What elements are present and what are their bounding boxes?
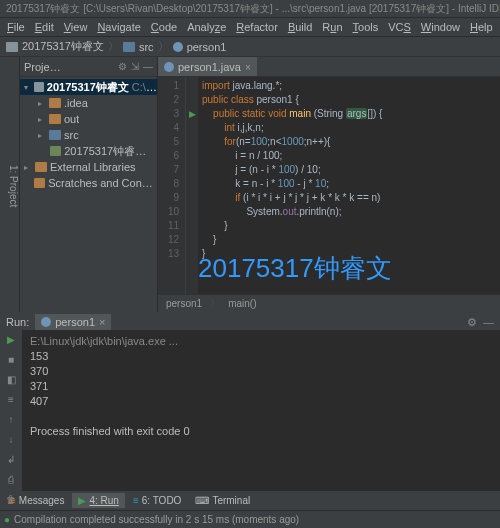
run-gutter-icon[interactable]: ▶ <box>186 107 198 121</box>
left-tool-strip[interactable]: 1: Project <box>0 57 20 312</box>
folder-icon <box>49 130 61 140</box>
navigation-bar[interactable]: 20175317钟睿文 〉 src 〉 person1 <box>0 37 500 57</box>
menu-window[interactable]: Window <box>416 19 465 35</box>
editor-breadcrumb[interactable]: person1 〉 main() <box>158 294 500 312</box>
scratches-icon <box>34 178 45 188</box>
menu-tools[interactable]: Tools <box>348 19 384 35</box>
editor[interactable]: person1.java × 12345678910111213 ▶ impor… <box>158 57 500 312</box>
status-ok-icon: ● <box>4 514 10 525</box>
src-folder-icon <box>123 42 135 52</box>
menu-refactor[interactable]: Refactor <box>231 19 283 35</box>
menu-code[interactable]: Code <box>146 19 182 35</box>
run-panel-header[interactable]: Run: person1 × ⚙ — <box>0 314 500 330</box>
project-panel-title: Proje… <box>24 61 114 73</box>
console-output[interactable]: E:\Linux\jdk\jdk\bin\java.exe ... 153 37… <box>22 330 500 508</box>
gutter-icons[interactable]: ▶ <box>186 77 198 294</box>
menu-navigate[interactable]: Navigate <box>92 19 145 35</box>
collapse-arrow-icon[interactable]: ▸ <box>24 163 32 172</box>
wrap-icon[interactable]: ↲ <box>4 454 18 468</box>
down-icon[interactable]: ↓ <box>4 434 18 448</box>
nav-folder[interactable]: src <box>139 41 154 53</box>
close-tab-icon[interactable]: × <box>245 62 251 73</box>
tab-todo[interactable]: ≡6: TODO <box>127 493 188 508</box>
tree-out[interactable]: ▸ out <box>20 111 157 127</box>
folder-icon <box>34 82 44 92</box>
pin-icon[interactable]: ≡ <box>4 394 18 408</box>
tree-idea[interactable]: ▸ .idea <box>20 95 157 111</box>
project-tool-button[interactable]: 1: Project <box>8 165 19 207</box>
hide-panel-icon[interactable]: — <box>483 316 494 328</box>
chevron-right-icon: 〉 <box>108 39 119 54</box>
up-icon[interactable]: ↑ <box>4 414 18 428</box>
editor-tab-label: person1.java <box>178 61 241 73</box>
window-title: 20175317钟睿文 [C:\Users\Rivan\Desktop\2017… <box>6 3 500 14</box>
window-title-bar: 20175317钟睿文 [C:\Users\Rivan\Desktop\2017… <box>0 0 500 18</box>
class-icon <box>41 317 51 327</box>
tab-messages[interactable]: ≡Messages <box>4 493 70 508</box>
main-menu[interactable]: File Edit View Navigate Code Analyze Ref… <box>0 18 500 37</box>
library-icon <box>35 162 47 172</box>
run-panel[interactable]: Run: person1 × ⚙ — ▶ ■ ◧ ≡ ↑ ↓ ↲ ⎙ 🗑 E:\… <box>0 312 500 490</box>
line-numbers: 12345678910111213 <box>158 77 186 294</box>
run-config-tab[interactable]: person1 × <box>35 314 111 330</box>
tab-terminal[interactable]: ⌨Terminal <box>189 493 256 508</box>
class-icon <box>164 62 174 72</box>
print-icon[interactable]: ⎙ <box>4 474 18 488</box>
menu-view[interactable]: View <box>59 19 93 35</box>
gear-icon[interactable]: ⚙ <box>118 61 127 72</box>
collapse-arrow-icon[interactable]: ▸ <box>38 115 46 124</box>
nav-root[interactable]: 20175317钟睿文 <box>22 39 104 54</box>
menu-help[interactable]: Help <box>465 19 498 35</box>
hide-icon[interactable]: — <box>143 61 153 72</box>
folder-icon <box>49 98 61 108</box>
console-line: 153 <box>30 349 492 364</box>
class-file-icon <box>173 42 183 52</box>
stop-icon[interactable]: ■ <box>4 354 18 368</box>
console-exit: Process finished with exit code 0 <box>30 424 492 439</box>
collapse-arrow-icon[interactable]: ▸ <box>38 131 46 140</box>
tree-src[interactable]: ▸ src <box>20 127 157 143</box>
close-icon[interactable]: × <box>99 316 105 328</box>
menu-run[interactable]: Run <box>317 19 347 35</box>
editor-tab-person1[interactable]: person1.java × <box>158 57 257 76</box>
tab-run[interactable]: ▶4: Run <box>72 493 124 508</box>
iml-file-icon <box>50 146 61 156</box>
tree-root[interactable]: ▾ 20175317钟睿文 C:\Users\ <box>20 79 157 95</box>
project-panel[interactable]: Proje… ⚙ ⇲ — ▾ 20175317钟睿文 C:\Users\ ▸ .… <box>20 57 158 312</box>
console-line: 371 <box>30 379 492 394</box>
menu-file[interactable]: File <box>2 19 30 35</box>
editor-tabs[interactable]: person1.java × <box>158 57 500 77</box>
layout-icon[interactable]: ◧ <box>4 374 18 388</box>
tree-ext-lib[interactable]: ▸ External Libraries <box>20 159 157 175</box>
collapse-arrow-icon[interactable]: ▸ <box>38 99 46 108</box>
menu-edit[interactable]: Edit <box>30 19 59 35</box>
nav-file[interactable]: person1 <box>187 41 227 53</box>
tree-iml[interactable]: 20175317钟睿文.iml <box>20 143 157 159</box>
console-command: E:\Linux\jdk\jdk\bin\java.exe ... <box>30 334 492 349</box>
project-tree[interactable]: ▾ 20175317钟睿文 C:\Users\ ▸ .idea ▸ out ▸ … <box>20 77 157 193</box>
console-line: 370 <box>30 364 492 379</box>
menu-analyze[interactable]: Analyze <box>182 19 231 35</box>
status-bar: ● Compilation completed successfully in … <box>0 510 500 528</box>
collapse-icon[interactable]: ⇲ <box>131 61 139 72</box>
project-panel-header[interactable]: Proje… ⚙ ⇲ — <box>20 57 157 77</box>
run-label: Run: <box>6 316 29 328</box>
tree-scratches[interactable]: ▸ Scratches and Consoles <box>20 175 157 191</box>
expand-arrow-icon[interactable]: ▾ <box>24 83 31 92</box>
folder-icon <box>49 114 61 124</box>
chevron-right-icon: 〉 <box>158 39 169 54</box>
menu-vcs[interactable]: VCS <box>383 19 416 35</box>
settings-icon[interactable]: ⚙ <box>467 316 477 329</box>
run-toolbar[interactable]: ▶ ■ ◧ ≡ ↑ ↓ ↲ ⎙ 🗑 <box>0 330 22 508</box>
breadcrumb-method[interactable]: main() <box>228 298 256 309</box>
breadcrumb-class[interactable]: person1 <box>166 298 202 309</box>
watermark-text: 20175317钟睿文 <box>198 251 392 286</box>
console-line: 407 <box>30 394 492 409</box>
project-folder-icon <box>6 42 18 52</box>
menu-build[interactable]: Build <box>283 19 317 35</box>
rerun-icon[interactable]: ▶ <box>4 334 18 348</box>
status-message: Compilation completed successfully in 2 … <box>14 514 299 525</box>
